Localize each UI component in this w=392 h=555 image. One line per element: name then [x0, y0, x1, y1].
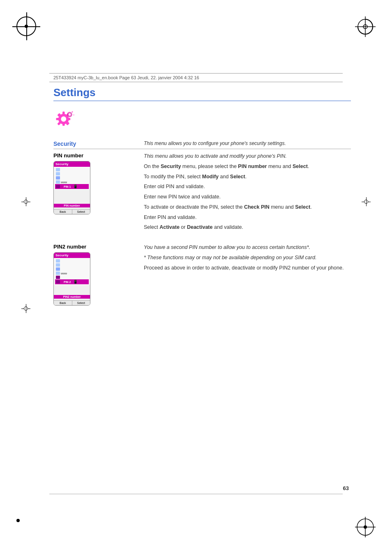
pin-phone-footer: Back Select [54, 209, 90, 214]
svg-text:✦: ✦ [73, 114, 75, 116]
pin-back-btn[interactable]: Back [54, 210, 72, 214]
pin-select-btn[interactable]: Select [72, 210, 90, 214]
pin2-number-left: PIN2 number Security [53, 244, 144, 306]
svg-text:✦: ✦ [71, 110, 74, 114]
svg-rect-9 [62, 111, 65, 114]
pin2-desc-italic: You have a second PIN number to allow yo… [144, 244, 351, 251]
gear-icon: ✦ ✦ [53, 109, 76, 131]
phone-menu-item-2 [55, 172, 89, 176]
svg-point-17 [61, 116, 66, 122]
svg-point-19 [69, 113, 71, 116]
phone-menu-item-5: PIN 1 📱 [55, 184, 89, 189]
pin-number-section: PIN number Security [53, 152, 351, 234]
pin2-phone-header: Security [54, 253, 90, 258]
pin2-phone-menu-item-4: www [55, 271, 89, 275]
pin-para3: Enter old PIN and validate. [144, 183, 351, 191]
pin-para5: To activate or deactivate the PIN, selec… [144, 203, 351, 211]
main-content: Settings [53, 86, 351, 493]
pin-desc-italic: This menu allows you to activate and mod… [144, 152, 351, 160]
pin-bottom-label: PIN number [54, 204, 90, 207]
pin2-phone-menu-item-1 [55, 259, 89, 263]
security-section-title: Security [53, 140, 144, 147]
pin2-para: Proceed as above in order to activate, d… [144, 264, 351, 272]
crosshair-left-lower [21, 304, 30, 313]
pin-number-left: PIN number Security [53, 152, 144, 214]
pin2-phone-menu-item-2 [55, 263, 89, 267]
svg-rect-10 [62, 122, 65, 125]
security-section-desc: This menu allows you to configure your p… [144, 140, 351, 146]
pin2-phone-menu-item-6: PIN 2 📱 [55, 279, 89, 284]
pin-number-right: This menu allows you to activate and mod… [144, 152, 351, 234]
pin-para6: Enter PIN and validate. [144, 214, 351, 221]
pin-number-title: PIN number [53, 152, 140, 159]
phone-menu-item-3 [55, 176, 89, 180]
pin2-select-btn[interactable]: Select [72, 301, 90, 305]
pin-number-phone-mockup: Security [53, 161, 90, 214]
file-info-bar: 25T433924 myC-3b_lu_en.book Page 63 Jeud… [49, 73, 343, 82]
pin2-number-right: You have a second PIN number to allow yo… [144, 244, 351, 274]
page-title: Settings [53, 86, 351, 101]
pin2-phone-menu-item-5 [55, 275, 89, 279]
pin2-back-btn[interactable]: Back [54, 301, 72, 305]
pin2-number-phone-mockup: Security www [53, 252, 90, 306]
pin2-phone-body: www PIN 2 📱 [54, 258, 90, 285]
pin2-number-section: PIN2 number Security [53, 244, 351, 306]
pin2-bottom-label: PIN2 number [54, 295, 90, 299]
phone-menu-item-1 [55, 168, 89, 172]
pin-phone-header: Security [54, 161, 90, 167]
crosshair-left-mid [21, 197, 30, 206]
pin-para2: To modify the PIN, select Modify and Sel… [144, 173, 351, 181]
reg-mark-bl [16, 519, 36, 539]
pin-para4: Enter new PIN twice and validate. [144, 193, 351, 201]
phone-menu-item-4: www [55, 180, 89, 184]
svg-rect-11 [56, 118, 59, 120]
pin-para7: Select Activate or Deactivate and valida… [144, 223, 351, 231]
reg-mark-tr [355, 16, 376, 38]
bottom-rule [49, 494, 343, 494]
pin-phone-body: www PIN 1 📱 [54, 167, 90, 190]
svg-rect-12 [67, 118, 70, 120]
reg-mark-br [355, 517, 376, 539]
security-header-row: Security This menu allows you to configu… [53, 140, 351, 149]
page-container: 25T433924 myC-3b_lu_en.book Page 63 Jeud… [0, 0, 392, 555]
pin2-number-title: PIN2 number [53, 244, 140, 250]
crosshair-right-mid [362, 197, 371, 206]
pin-para1: On the Security menu, please select the … [144, 163, 351, 170]
reg-mark-tl [16, 16, 36, 36]
pin2-phone-footer: Back Select [54, 300, 90, 305]
file-info-text: 25T433924 myC-3b_lu_en.book Page 63 Jeud… [53, 75, 199, 80]
pin2-note: * These functions may or may not be avai… [144, 254, 351, 262]
settings-icon-area: ✦ ✦ [53, 108, 351, 132]
pin2-phone-menu-item-3 [55, 267, 89, 271]
page-number: 63 [343, 485, 349, 491]
